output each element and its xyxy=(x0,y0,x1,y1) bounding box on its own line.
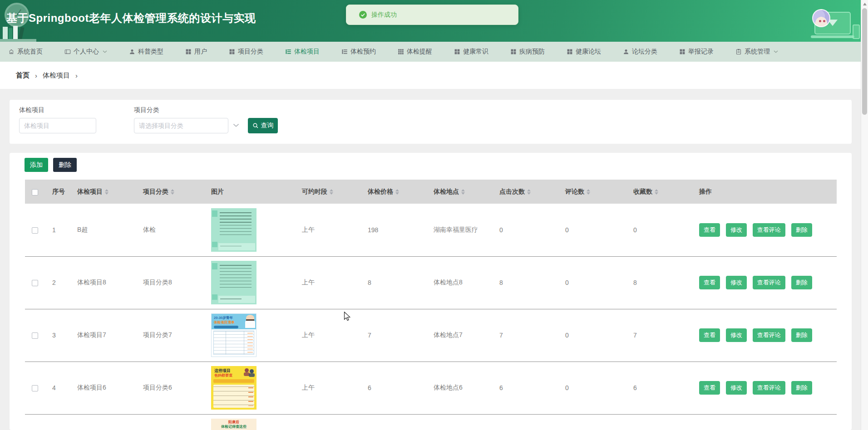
nav-item-system-management[interactable]: 系统管理 xyxy=(735,48,778,56)
col-place: 体检地点 xyxy=(427,180,493,204)
grid-icon xyxy=(229,49,235,55)
scrollbar-thumb[interactable] xyxy=(862,8,867,115)
row-checkbox[interactable] xyxy=(32,227,38,234)
cell-clicks: 0 xyxy=(493,204,558,256)
sort-control[interactable] xyxy=(527,189,531,195)
edit-button[interactable]: 修改 xyxy=(726,328,747,342)
nav-item-science-type[interactable]: 科普类型 xyxy=(129,48,163,56)
edit-button[interactable]: 修改 xyxy=(726,381,747,395)
breadcrumb-separator-icon: › xyxy=(75,72,78,79)
row-checkbox[interactable] xyxy=(32,385,38,391)
table-row: 2 体检项目8 项目分类8 上午 8 体检地点8 8 0 8 查看 修改 查看评… xyxy=(25,256,837,309)
edit-button[interactable]: 修改 xyxy=(726,223,747,237)
nav-label: 论坛分类 xyxy=(632,48,657,56)
item-image[interactable] xyxy=(211,261,256,304)
scroll-up-arrow[interactable] xyxy=(863,3,867,5)
table-row: 4 体检项目6 项目分类6 这些项目 爸妈都要查 上午 6 体检地点6 6 0 … xyxy=(25,362,837,414)
cell-comments: 0 xyxy=(558,204,626,256)
add-button[interactable]: 添加 xyxy=(25,158,48,172)
delete-button[interactable]: 删除 xyxy=(791,223,812,237)
sort-control[interactable] xyxy=(105,189,108,195)
sort-control[interactable] xyxy=(171,189,174,195)
category-select[interactable] xyxy=(134,118,228,133)
sort-control[interactable] xyxy=(330,189,333,195)
cell-clicks: 6 xyxy=(493,362,558,414)
col-image: 图片 xyxy=(204,180,295,204)
sort-control[interactable] xyxy=(655,189,658,195)
nav-label: 系统管理 xyxy=(745,48,770,56)
col-item: 体检项目 xyxy=(70,180,136,204)
sort-control[interactable] xyxy=(461,189,465,195)
sort-control[interactable] xyxy=(395,189,399,195)
grid-icon xyxy=(185,49,192,55)
nav-item-forum-category[interactable]: 论坛分类 xyxy=(623,48,657,56)
breadcrumb-separator-icon: › xyxy=(35,72,37,79)
nav-item-health-forum[interactable]: 健康论坛 xyxy=(567,48,601,56)
cell-place: 体检地点7 xyxy=(427,309,493,362)
cell-favorites: 7 xyxy=(626,309,692,362)
grid-icon xyxy=(567,49,573,55)
view-button[interactable]: 查看 xyxy=(699,223,720,237)
breadcrumb-home[interactable]: 首页 xyxy=(16,71,30,80)
nav-item-checkup-reminder[interactable]: 体检提醒 xyxy=(398,48,432,56)
nav-item-disease-prevention[interactable]: 疾病预防 xyxy=(510,48,545,56)
nav-item-checkup-appointment[interactable]: 体检预约 xyxy=(341,48,376,56)
cell-category: 体检 xyxy=(136,204,204,256)
view-comments-button[interactable]: 查看评论 xyxy=(753,328,785,342)
checkup-item-input[interactable] xyxy=(19,118,96,133)
delete-button[interactable]: 删除 xyxy=(791,328,812,342)
cell-item: 体检项目8 xyxy=(70,256,136,309)
poster-title: 20-30岁青年 xyxy=(214,315,233,320)
view-comments-button[interactable]: 查看评论 xyxy=(753,223,785,237)
main-nav: 系统首页 个人中心 科普类型 用户 项目分类 体检项目 体检预约 xyxy=(0,42,861,62)
filter-item-label: 体检项目 xyxy=(19,106,44,114)
row-checkbox[interactable] xyxy=(32,332,38,339)
nav-label: 系统首页 xyxy=(17,48,43,56)
view-button[interactable]: 查看 xyxy=(699,381,720,395)
item-image[interactable] xyxy=(211,208,256,252)
cell-item: 体检项目6 xyxy=(70,362,136,414)
item-image[interactable]: 20-30岁青年 体检项目清单 xyxy=(211,313,256,357)
nav-item-project-category[interactable]: 项目分类 xyxy=(229,48,263,56)
select-all-checkbox[interactable] xyxy=(32,189,38,195)
nav-item-health-knowledge[interactable]: 健康常识 xyxy=(454,48,488,56)
view-comments-button[interactable]: 查看评论 xyxy=(753,381,785,395)
grid-icon xyxy=(679,49,686,55)
cell-time: 上午 xyxy=(295,362,361,414)
filter-category-label: 项目分类 xyxy=(134,106,159,114)
col-clicks: 点击次数 xyxy=(493,180,558,204)
select-chevron-down-icon[interactable] xyxy=(233,123,239,127)
view-button[interactable]: 查看 xyxy=(699,328,720,342)
nav-item-users[interactable]: 用户 xyxy=(185,48,207,56)
cell-favorites: 8 xyxy=(626,256,692,309)
item-image[interactable]: 这些项目 爸妈都要查 xyxy=(211,366,256,410)
edit-button[interactable]: 修改 xyxy=(726,276,747,289)
search-button[interactable]: 查询 xyxy=(248,118,278,133)
cell-seq: 2 xyxy=(45,256,70,309)
screen: 基于Springboot老年人体检管理系统的设计与实现 操作成功 系统首页 个人… xyxy=(0,0,868,430)
breadcrumb-current[interactable]: 体检项目 xyxy=(43,71,70,80)
delete-button[interactable]: 删除 xyxy=(791,381,812,395)
user-icon xyxy=(623,49,629,55)
cell-comments: 0 xyxy=(558,309,626,362)
table-header: 序号 体检项目 项目分类 图片 可约时段 体检价格 体检地点 点击次数 评论数 … xyxy=(25,180,837,204)
row-checkbox[interactable] xyxy=(32,280,38,286)
nav-item-system-home[interactable]: 系统首页 xyxy=(8,48,43,56)
delete-button[interactable]: 删除 xyxy=(791,276,812,289)
search-panel: 体检项目 项目分类 查询 xyxy=(10,100,852,144)
nav-label: 体检提醒 xyxy=(407,48,432,56)
delete-selected-button[interactable]: 删除 xyxy=(53,158,77,172)
home-icon xyxy=(8,49,15,55)
sort-control[interactable] xyxy=(587,189,590,195)
view-comments-button[interactable]: 查看评论 xyxy=(753,276,785,289)
nav-label: 项目分类 xyxy=(238,48,263,56)
toast-text: 操作成功 xyxy=(371,11,397,19)
cell-category: 项目分类6 xyxy=(136,362,204,414)
item-image[interactable]: 阳康后 体检记得查这些 xyxy=(211,419,256,430)
nav-item-checkup-items[interactable]: 体检项目 xyxy=(285,48,320,56)
table-row-partial: 阳康后 体检记得查这些 xyxy=(25,414,837,430)
nav-item-report-records[interactable]: 举报记录 xyxy=(679,48,714,56)
nav-item-personal-center[interactable]: 个人中心 xyxy=(64,48,107,56)
view-button[interactable]: 查看 xyxy=(699,276,720,289)
avatar[interactable] xyxy=(812,9,830,27)
